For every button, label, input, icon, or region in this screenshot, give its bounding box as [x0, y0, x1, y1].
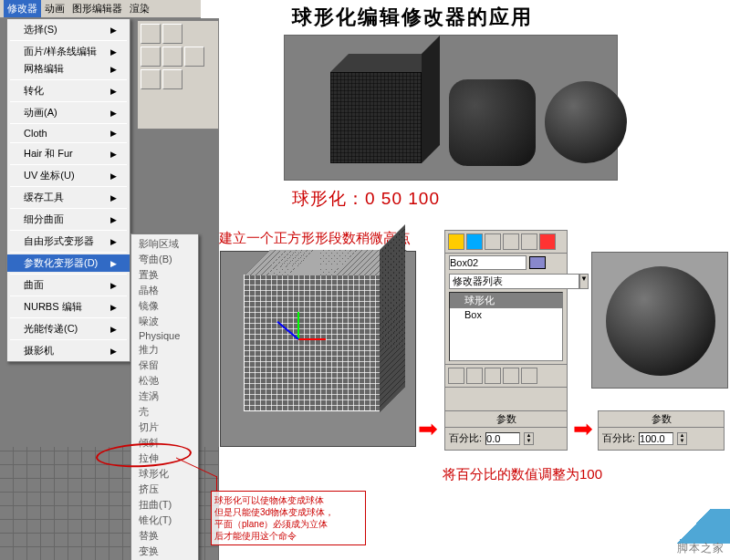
submenu-item[interactable]: 切片: [131, 420, 198, 435]
tab-hierarchy[interactable]: [485, 233, 501, 250]
tool-btn[interactable]: [162, 24, 182, 44]
tab-motion[interactable]: [503, 233, 519, 250]
note-text: 但是只能使3d物体变成球体，: [214, 506, 362, 518]
menu-item[interactable]: 自由形式变形器▶: [7, 233, 130, 250]
chevron-right-icon: ▶: [110, 215, 117, 224]
object-color-swatch[interactable]: [529, 256, 546, 269]
note-text: 平面（plane）必须成为立体: [214, 518, 362, 530]
chevron-right-icon: ▶: [110, 325, 117, 334]
tab-display[interactable]: [521, 233, 537, 250]
subtitle: 建立一个正方形形段数稍微高点: [219, 230, 411, 247]
corner-graphic: [657, 509, 730, 544]
stack-tool-btn[interactable]: [485, 368, 501, 384]
percent-label: 百分比:: [602, 431, 635, 445]
parametric-deformers-submenu: 影响区域弯曲(B)置换晶格镜像噪波Physique推力保留松弛连涡壳切片倾斜拉伸…: [130, 233, 199, 560]
annotation-note: 球形化可以使物体变成球体 但是只能使3d物体变成球体， 平面（plane）必须成…: [211, 491, 366, 545]
menu-item[interactable]: 缓存工具▶: [7, 189, 130, 206]
tool-btn[interactable]: [141, 47, 161, 67]
percent-input[interactable]: [485, 432, 520, 445]
tool-btn[interactable]: [141, 24, 161, 44]
menu-item[interactable]: 网格编辑▶: [7, 60, 130, 78]
gizmo-x-axis[interactable]: [298, 338, 326, 340]
menu-item[interactable]: UV 坐标(U)▶: [7, 167, 130, 184]
menu-item[interactable]: NURBS 编辑▶: [7, 298, 130, 316]
menu-item[interactable]: 摄影机▶: [7, 342, 130, 359]
note-text: 后才能使用这个命令: [214, 530, 362, 542]
tab-create[interactable]: [448, 233, 464, 250]
menu-render[interactable]: 渲染: [126, 0, 153, 17]
wireframe-cube[interactable]: [244, 275, 381, 411]
parameters-rollout-before: 参数 百分比: ▲▼: [444, 410, 568, 451]
submenu-item[interactable]: 晶格: [131, 283, 198, 298]
submenu-item[interactable]: 松弛: [131, 373, 198, 389]
stack-tool-btn[interactable]: [448, 368, 464, 384]
submenu-item[interactable]: 壳: [131, 404, 198, 420]
modifier-list-combo[interactable]: [449, 274, 579, 289]
sphere-100pct: [545, 81, 627, 163]
stack-item-spherify[interactable]: 球形化: [450, 293, 562, 308]
cube-50pct: [449, 79, 536, 166]
command-panel-tabs: [445, 231, 567, 254]
modifier-stack[interactable]: 球形化 Box: [449, 292, 563, 361]
tool-btn[interactable]: [162, 69, 182, 89]
gizmo-y-axis[interactable]: [297, 312, 299, 339]
chevron-right-icon: ▶: [110, 129, 117, 138]
submenu-item[interactable]: 噪波: [131, 314, 198, 329]
stack-tool-btn[interactable]: [466, 368, 483, 384]
submenu-item[interactable]: 替换: [131, 528, 198, 544]
menu-modifiers[interactable]: 修改器: [4, 0, 41, 17]
submenu-item[interactable]: Physique: [131, 329, 198, 342]
submenu-item[interactable]: 置换: [131, 267, 198, 283]
modifiers-dropdown: 选择(S)▶面片/样条线编辑▶网格编辑▶转化▶动画(A)▶Cloth▶Hair …: [6, 18, 130, 362]
chevron-right-icon: ▶: [110, 47, 117, 57]
submenu-item[interactable]: 锥化(T): [131, 513, 198, 528]
menu-item[interactable]: 光能传递(C)▶: [7, 320, 130, 337]
toolbar-fragment: [137, 20, 219, 130]
spinner[interactable]: ▲▼: [524, 432, 534, 445]
menu-bar: 修改器 动画 图形编辑器 渲染: [0, 0, 201, 18]
stack-tool-row: [445, 364, 567, 388]
stack-tool-btn[interactable]: [503, 368, 519, 384]
result-viewport: [591, 252, 728, 389]
menu-graph-editors[interactable]: 图形编辑器: [68, 0, 126, 17]
chevron-right-icon: ▶: [110, 303, 117, 312]
tool-btn[interactable]: [141, 69, 161, 89]
submenu-item[interactable]: 连涡: [131, 389, 198, 404]
menu-item[interactable]: 选择(S)▶: [7, 21, 130, 38]
menu-item[interactable]: Hair 和 Fur▶: [7, 145, 130, 162]
submenu-item[interactable]: 扭曲(T): [131, 497, 198, 513]
spinner[interactable]: ▲▼: [677, 432, 687, 445]
submenu-item[interactable]: 变换: [131, 544, 198, 559]
tool-btn[interactable]: [184, 47, 204, 67]
percent-input[interactable]: [639, 432, 673, 445]
chevron-right-icon: ▶: [110, 237, 117, 246]
chevron-right-icon: ▶: [110, 109, 117, 118]
submenu-item[interactable]: 保留: [131, 358, 198, 373]
perspective-viewport[interactable]: [220, 251, 416, 447]
tool-btn[interactable]: [162, 47, 182, 67]
stack-item-box[interactable]: Box: [450, 308, 562, 321]
menu-item[interactable]: 面片/样条线编辑▶: [7, 43, 130, 60]
chevron-right-icon: ▶: [110, 193, 117, 202]
submenu-item[interactable]: 影响区域: [131, 236, 198, 252]
submenu-item[interactable]: 推力: [131, 342, 198, 358]
rollout-header[interactable]: 参数: [445, 411, 567, 428]
submenu-item[interactable]: 镜像: [131, 298, 198, 314]
submenu-item[interactable]: 弯曲(B): [131, 252, 198, 267]
object-name-input[interactable]: [449, 255, 527, 270]
menu-item[interactable]: 动画(A)▶: [7, 104, 130, 121]
menu-item[interactable]: 细分曲面▶: [7, 211, 130, 228]
menu-animation[interactable]: 动画: [41, 0, 68, 17]
chevron-right-icon: ▶: [110, 26, 117, 35]
chevron-down-icon[interactable]: ▼: [579, 274, 589, 289]
stack-tool-btn[interactable]: [521, 368, 537, 384]
menu-item[interactable]: 参数化变形器(D)▶: [7, 254, 130, 272]
rollout-header[interactable]: 参数: [599, 411, 724, 428]
tab-modify[interactable]: [466, 233, 483, 250]
spherify-values-label: 球形化：0 50 100: [292, 187, 440, 211]
menu-item[interactable]: 转化▶: [7, 82, 130, 99]
menu-item[interactable]: Cloth▶: [7, 126, 130, 140]
chevron-right-icon: ▶: [110, 65, 117, 74]
tab-utilities[interactable]: [539, 233, 556, 250]
menu-item[interactable]: 曲面▶: [7, 276, 130, 294]
